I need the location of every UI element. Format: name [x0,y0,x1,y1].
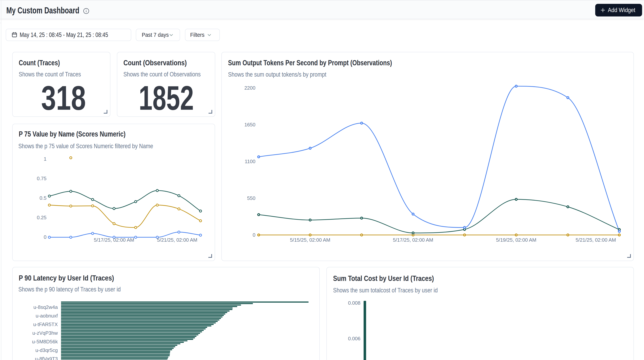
svg-text:u-aobnuxf: u-aobnuxf [36,313,58,319]
svg-text:0.006: 0.006 [348,336,360,341]
svg-text:550: 550 [247,195,256,201]
svg-text:2200: 2200 [244,85,256,91]
svg-text:u-5M8D56k: u-5M8D56k [32,339,58,344]
svg-text:5/15/25, 02:00 AM: 5/15/25, 02:00 AM [290,237,330,243]
svg-text:5/17/25, 02:00 AM: 5/17/25, 02:00 AM [393,237,433,243]
svg-text:u-8fVa9T3: u-8fVa9T3 [35,356,58,360]
svg-text:1650: 1650 [244,122,256,128]
svg-text:5/21/25, 02:00 AM: 5/21/25, 02:00 AM [157,237,197,243]
svg-text:u-8sq2w4a: u-8sq2w4a [34,304,58,310]
svg-text:5/19/25, 02:00 AM: 5/19/25, 02:00 AM [496,237,536,243]
svg-text:1: 1 [44,156,46,162]
svg-text:u-d3qr5cg: u-d3qr5cg [36,347,58,353]
svg-text:0.75: 0.75 [37,176,46,181]
svg-text:u-zVqP3hw: u-zVqP3hw [32,330,58,336]
svg-text:5/17/25, 02:00 AM: 5/17/25, 02:00 AM [94,237,134,243]
svg-text:0.5: 0.5 [40,195,46,201]
svg-text:u-tFAR5TX: u-tFAR5TX [33,321,58,327]
svg-text:0: 0 [253,232,256,238]
svg-text:0: 0 [44,234,46,240]
svg-text:1100: 1100 [245,159,256,164]
svg-text:0.25: 0.25 [37,215,46,220]
svg-text:0.008: 0.008 [348,300,360,306]
svg-text:5/21/25, 02:00 AM: 5/21/25, 02:00 AM [576,237,616,243]
